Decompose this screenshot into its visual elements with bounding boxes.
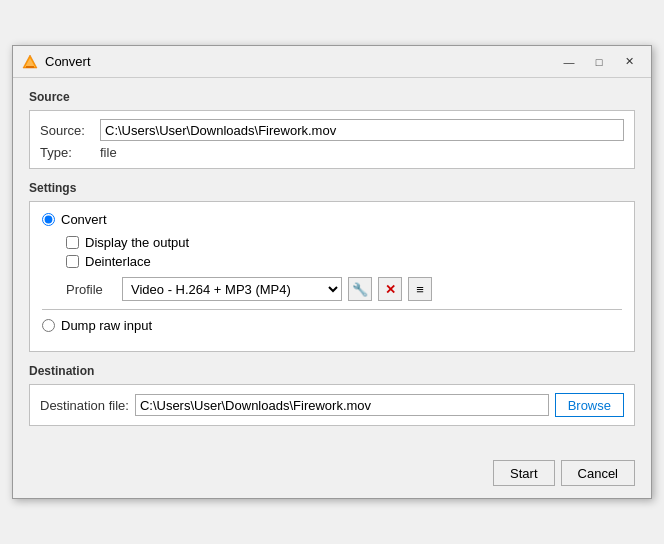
footer: Start Cancel — [13, 450, 651, 498]
window-content: Source Source: Type: file Settings Conve — [13, 78, 651, 450]
profile-settings-button[interactable]: 🔧 — [348, 277, 372, 301]
settings-section-body: Convert Display the output Deinterlace P — [29, 201, 635, 352]
window-controls: — □ ✕ — [555, 51, 643, 73]
convert-radio-row: Convert — [42, 212, 622, 227]
profile-delete-button[interactable]: ✕ — [378, 277, 402, 301]
app-icon — [21, 53, 39, 71]
deinterlace-checkbox[interactable] — [66, 255, 79, 268]
titlebar: Convert — □ ✕ — [13, 46, 651, 78]
profile-list-button[interactable]: ≡ — [408, 277, 432, 301]
destination-section-body: Destination file: Browse — [29, 384, 635, 426]
main-window: Convert — □ ✕ Source Source: Type: file — [12, 45, 652, 499]
convert-radio[interactable] — [42, 213, 55, 226]
type-label: Type: — [40, 145, 100, 160]
list-icon: ≡ — [416, 282, 424, 297]
source-section: Source Source: Type: file — [29, 90, 635, 169]
destination-section: Destination Destination file: Browse — [29, 364, 635, 426]
settings-section-label: Settings — [29, 181, 635, 195]
deinterlace-label[interactable]: Deinterlace — [85, 254, 151, 269]
type-row: Type: file — [40, 145, 624, 160]
type-value: file — [100, 145, 117, 160]
display-output-label[interactable]: Display the output — [85, 235, 189, 250]
profile-select[interactable]: Video - H.264 + MP3 (MP4) Video - H.265 … — [122, 277, 342, 301]
dump-raw-label[interactable]: Dump raw input — [61, 318, 152, 333]
profile-label: Profile — [66, 282, 116, 297]
source-label: Source: — [40, 123, 100, 138]
start-button[interactable]: Start — [493, 460, 554, 486]
profile-row: Profile Video - H.264 + MP3 (MP4) Video … — [42, 277, 622, 301]
dump-raw-radio-row: Dump raw input — [42, 318, 622, 333]
display-output-row: Display the output — [66, 235, 622, 250]
delete-icon: ✕ — [385, 282, 396, 297]
destination-input[interactable] — [135, 394, 549, 416]
source-input[interactable] — [100, 119, 624, 141]
display-output-checkbox[interactable] — [66, 236, 79, 249]
close-button[interactable]: ✕ — [615, 51, 643, 73]
settings-section: Settings Convert Display the output Dein… — [29, 181, 635, 352]
settings-divider — [42, 309, 622, 310]
browse-button[interactable]: Browse — [555, 393, 624, 417]
destination-row: Destination file: Browse — [40, 393, 624, 417]
source-row: Source: — [40, 119, 624, 141]
source-section-body: Source: Type: file — [29, 110, 635, 169]
destination-section-label: Destination — [29, 364, 635, 378]
dump-raw-radio[interactable] — [42, 319, 55, 332]
destination-label: Destination file: — [40, 398, 129, 413]
cancel-button[interactable]: Cancel — [561, 460, 635, 486]
checkbox-group: Display the output Deinterlace — [42, 235, 622, 269]
minimize-button[interactable]: — — [555, 51, 583, 73]
maximize-button[interactable]: □ — [585, 51, 613, 73]
wrench-icon: 🔧 — [352, 282, 368, 297]
convert-radio-label[interactable]: Convert — [61, 212, 107, 227]
window-title: Convert — [45, 54, 555, 69]
source-section-label: Source — [29, 90, 635, 104]
deinterlace-row: Deinterlace — [66, 254, 622, 269]
svg-rect-2 — [26, 66, 34, 68]
